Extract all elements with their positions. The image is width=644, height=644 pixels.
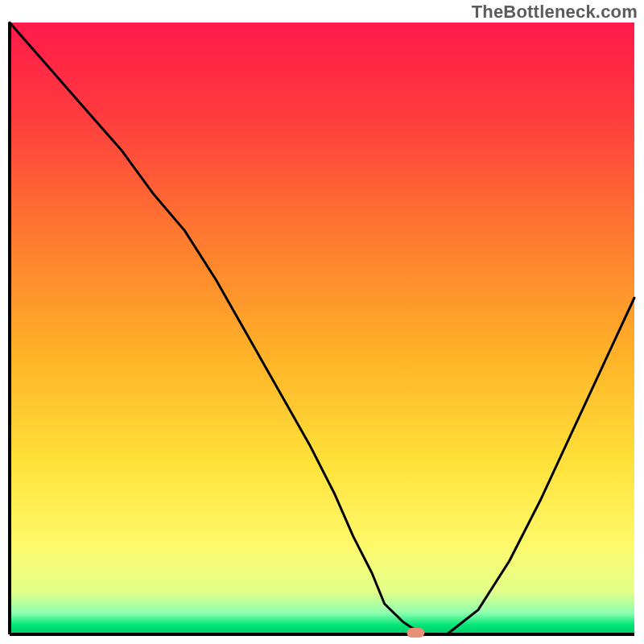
optimal-marker <box>407 628 424 638</box>
chart-svg <box>0 0 644 644</box>
plot-background <box>10 23 634 634</box>
watermark-text: TheBottleneck.com <box>472 2 638 23</box>
bottleneck-chart: TheBottleneck.com <box>0 0 644 644</box>
